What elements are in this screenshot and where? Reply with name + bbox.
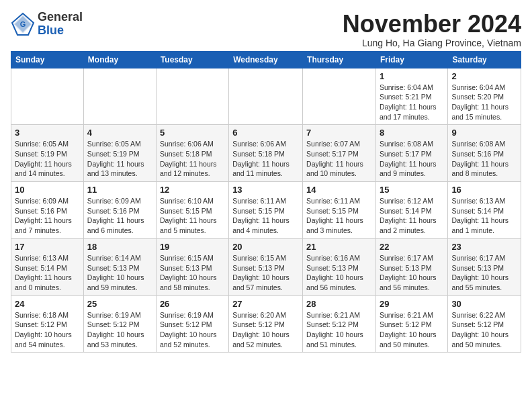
day-number: 28 (306, 299, 372, 309)
calendar-cell (156, 68, 228, 125)
calendar-week-4: 17Sunrise: 6:13 AM Sunset: 5:14 PM Dayli… (11, 238, 521, 295)
calendar-week-3: 10Sunrise: 6:09 AM Sunset: 5:16 PM Dayli… (11, 182, 521, 239)
calendar-cell: 12Sunrise: 6:10 AM Sunset: 5:15 PM Dayli… (156, 182, 228, 239)
day-number: 29 (380, 299, 444, 309)
day-number: 24 (15, 299, 80, 309)
calendar-cell (83, 68, 156, 125)
calendar-cell: 9Sunrise: 6:08 AM Sunset: 5:16 PM Daylig… (448, 125, 521, 182)
weekday-header-sunday: Sunday (11, 51, 84, 68)
day-info: Sunrise: 6:11 AM Sunset: 5:15 PM Dayligh… (306, 196, 372, 236)
weekday-header-thursday: Thursday (303, 51, 376, 68)
calendar-cell: 14Sunrise: 6:11 AM Sunset: 5:15 PM Dayli… (303, 182, 376, 239)
calendar-cell: 8Sunrise: 6:08 AM Sunset: 5:17 PM Daylig… (375, 125, 447, 182)
calendar-cell: 24Sunrise: 6:18 AM Sunset: 5:12 PM Dayli… (11, 295, 84, 353)
calendar-cell: 15Sunrise: 6:12 AM Sunset: 5:14 PM Dayli… (375, 182, 447, 239)
calendar-cell: 1Sunrise: 6:04 AM Sunset: 5:21 PM Daylig… (375, 68, 447, 125)
calendar-cell: 19Sunrise: 6:15 AM Sunset: 5:13 PM Dayli… (156, 238, 228, 295)
calendar-cell: 13Sunrise: 6:11 AM Sunset: 5:15 PM Dayli… (229, 182, 303, 239)
calendar-cell: 7Sunrise: 6:07 AM Sunset: 5:17 PM Daylig… (303, 125, 376, 182)
day-number: 15 (380, 185, 444, 195)
calendar-cell: 22Sunrise: 6:17 AM Sunset: 5:13 PM Dayli… (375, 238, 447, 295)
day-number: 27 (232, 299, 299, 309)
calendar-cell: 25Sunrise: 6:19 AM Sunset: 5:12 PM Dayli… (83, 295, 156, 353)
logo-general: General (38, 11, 83, 24)
day-info: Sunrise: 6:06 AM Sunset: 5:18 PM Dayligh… (232, 139, 299, 179)
calendar-cell: 3Sunrise: 6:05 AM Sunset: 5:19 PM Daylig… (11, 125, 84, 182)
calendar-cell: 11Sunrise: 6:09 AM Sunset: 5:16 PM Dayli… (83, 182, 156, 239)
calendar-week-1: 1Sunrise: 6:04 AM Sunset: 5:21 PM Daylig… (11, 68, 521, 125)
day-info: Sunrise: 6:09 AM Sunset: 5:16 PM Dayligh… (87, 196, 152, 236)
day-number: 18 (87, 242, 152, 252)
day-info: Sunrise: 6:22 AM Sunset: 5:12 PM Dayligh… (451, 310, 517, 350)
location: Lung Ho, Ha Giang Province, Vietnam (343, 38, 521, 48)
calendar-cell: 26Sunrise: 6:19 AM Sunset: 5:12 PM Dayli… (156, 295, 228, 353)
calendar-cell (303, 68, 376, 125)
day-info: Sunrise: 6:19 AM Sunset: 5:12 PM Dayligh… (160, 310, 225, 350)
day-info: Sunrise: 6:05 AM Sunset: 5:19 PM Dayligh… (87, 139, 152, 179)
day-number: 12 (160, 185, 225, 195)
calendar-cell: 10Sunrise: 6:09 AM Sunset: 5:16 PM Dayli… (11, 182, 84, 239)
logo-blue: Blue (38, 24, 83, 38)
logo-text: General Blue (38, 11, 83, 38)
day-number: 22 (380, 242, 444, 252)
day-info: Sunrise: 6:11 AM Sunset: 5:15 PM Dayligh… (232, 196, 299, 236)
calendar-cell: 20Sunrise: 6:15 AM Sunset: 5:13 PM Dayli… (229, 238, 303, 295)
page-header: G General Blue November 2024 Lung Ho, Ha… (11, 11, 521, 48)
day-info: Sunrise: 6:12 AM Sunset: 5:14 PM Dayligh… (380, 196, 444, 236)
day-info: Sunrise: 6:13 AM Sunset: 5:14 PM Dayligh… (15, 253, 80, 293)
day-info: Sunrise: 6:10 AM Sunset: 5:15 PM Dayligh… (160, 196, 225, 236)
weekday-header-friday: Friday (375, 51, 447, 68)
day-info: Sunrise: 6:15 AM Sunset: 5:13 PM Dayligh… (232, 253, 299, 293)
day-number: 8 (380, 128, 444, 138)
calendar-table: SundayMondayTuesdayWednesdayThursdayFrid… (11, 51, 521, 353)
day-info: Sunrise: 6:07 AM Sunset: 5:17 PM Dayligh… (306, 139, 372, 179)
day-info: Sunrise: 6:13 AM Sunset: 5:14 PM Dayligh… (451, 196, 517, 236)
day-number: 10 (15, 185, 80, 195)
day-number: 13 (232, 185, 299, 195)
title-block: November 2024 Lung Ho, Ha Giang Province… (343, 11, 521, 48)
day-info: Sunrise: 6:04 AM Sunset: 5:20 PM Dayligh… (451, 83, 517, 122)
day-info: Sunrise: 6:14 AM Sunset: 5:13 PM Dayligh… (87, 253, 152, 293)
day-number: 21 (306, 242, 372, 252)
day-info: Sunrise: 6:21 AM Sunset: 5:12 PM Dayligh… (380, 310, 444, 350)
weekday-header-tuesday: Tuesday (156, 51, 228, 68)
day-number: 14 (306, 185, 372, 195)
day-number: 6 (232, 128, 299, 138)
svg-text:G: G (20, 20, 26, 28)
day-number: 17 (15, 242, 80, 252)
calendar-week-2: 3Sunrise: 6:05 AM Sunset: 5:19 PM Daylig… (11, 125, 521, 182)
weekday-header-wednesday: Wednesday (229, 51, 303, 68)
calendar-week-5: 24Sunrise: 6:18 AM Sunset: 5:12 PM Dayli… (11, 295, 521, 353)
day-number: 4 (87, 128, 152, 138)
day-number: 26 (160, 299, 225, 309)
calendar-cell: 4Sunrise: 6:05 AM Sunset: 5:19 PM Daylig… (83, 125, 156, 182)
day-number: 25 (87, 299, 152, 309)
day-info: Sunrise: 6:08 AM Sunset: 5:16 PM Dayligh… (451, 139, 517, 179)
day-info: Sunrise: 6:15 AM Sunset: 5:13 PM Dayligh… (160, 253, 225, 293)
calendar-cell: 21Sunrise: 6:16 AM Sunset: 5:13 PM Dayli… (303, 238, 376, 295)
day-info: Sunrise: 6:18 AM Sunset: 5:12 PM Dayligh… (15, 310, 80, 350)
calendar-cell: 2Sunrise: 6:04 AM Sunset: 5:20 PM Daylig… (448, 68, 521, 125)
day-number: 20 (232, 242, 299, 252)
day-info: Sunrise: 6:17 AM Sunset: 5:13 PM Dayligh… (451, 253, 517, 293)
calendar-cell: 29Sunrise: 6:21 AM Sunset: 5:12 PM Dayli… (375, 295, 447, 353)
calendar-cell: 6Sunrise: 6:06 AM Sunset: 5:18 PM Daylig… (229, 125, 303, 182)
calendar-cell: 30Sunrise: 6:22 AM Sunset: 5:12 PM Dayli… (448, 295, 521, 353)
day-number: 23 (451, 242, 517, 252)
day-info: Sunrise: 6:21 AM Sunset: 5:12 PM Dayligh… (306, 310, 372, 350)
day-info: Sunrise: 6:05 AM Sunset: 5:19 PM Dayligh… (15, 139, 80, 179)
weekday-header-saturday: Saturday (448, 51, 521, 68)
day-info: Sunrise: 6:16 AM Sunset: 5:13 PM Dayligh… (306, 253, 372, 293)
day-number: 16 (451, 185, 517, 195)
day-number: 11 (87, 185, 152, 195)
calendar-cell: 28Sunrise: 6:21 AM Sunset: 5:12 PM Dayli… (303, 295, 376, 353)
day-info: Sunrise: 6:20 AM Sunset: 5:12 PM Dayligh… (232, 310, 299, 350)
calendar-cell (11, 68, 84, 125)
calendar-cell: 5Sunrise: 6:06 AM Sunset: 5:18 PM Daylig… (156, 125, 228, 182)
month-title: November 2024 (343, 11, 521, 38)
logo: G General Blue (11, 11, 83, 38)
weekday-header-monday: Monday (83, 51, 156, 68)
day-number: 30 (451, 299, 517, 309)
calendar-cell: 16Sunrise: 6:13 AM Sunset: 5:14 PM Dayli… (448, 182, 521, 239)
calendar-cell: 23Sunrise: 6:17 AM Sunset: 5:13 PM Dayli… (448, 238, 521, 295)
